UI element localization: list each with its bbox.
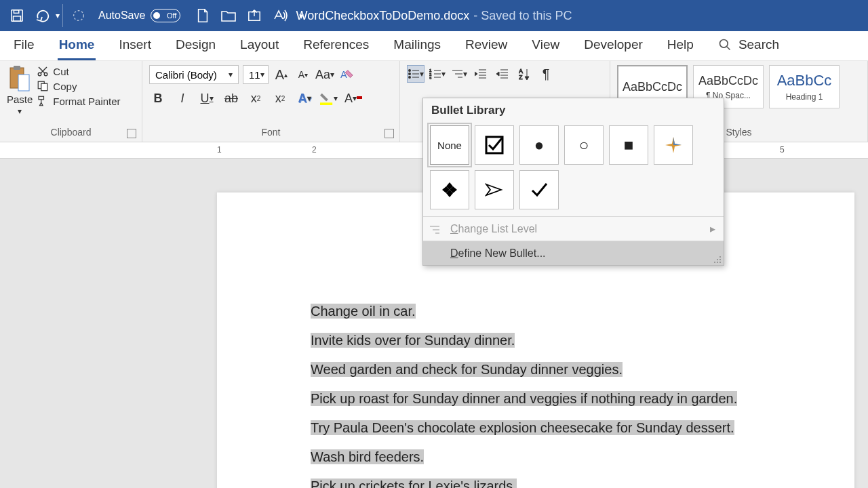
new-doc-icon[interactable] (190, 3, 216, 28)
svg-text:Z: Z (519, 74, 523, 80)
svg-point-3 (74, 11, 84, 21)
svg-rect-16 (39, 96, 44, 100)
svg-marker-47 (525, 77, 529, 80)
scissors-icon (37, 65, 49, 77)
clipboard-icon (9, 65, 31, 92)
tab-help[interactable]: Help (655, 30, 706, 60)
open-icon[interactable] (216, 3, 241, 28)
svg-point-19 (408, 69, 411, 72)
tab-insert[interactable]: Insert (106, 30, 163, 60)
numbering-button[interactable]: 123▾ (429, 65, 446, 83)
tab-file[interactable]: File (1, 30, 47, 60)
document-line[interactable]: Invite kids over for Sunday dinner. (311, 333, 515, 348)
font-color-button[interactable]: A▾ (344, 89, 362, 107)
strikethrough-button[interactable]: ab (222, 89, 240, 107)
bullets-button[interactable]: ▾ (407, 65, 425, 83)
bullet-checkbox[interactable] (475, 125, 514, 165)
paste-button[interactable]: Paste ▾ (7, 65, 33, 116)
increase-indent-button[interactable] (494, 65, 511, 83)
copy-button[interactable]: Copy (37, 80, 120, 92)
tab-design[interactable]: Design (163, 30, 228, 60)
resize-grip-icon[interactable] (713, 256, 722, 264)
sort-button[interactable]: AZ (515, 65, 533, 83)
bullet-square[interactable]: ■ (609, 125, 648, 165)
svg-rect-2 (14, 16, 21, 21)
search-icon (718, 38, 732, 52)
svg-point-63 (719, 262, 721, 263)
quick-access-toolbar: ▾ AutoSave Off ▾ (0, 3, 309, 28)
bullet-library-header: Bullet Library (423, 98, 724, 123)
tab-home[interactable]: Home (47, 30, 107, 60)
tab-review[interactable]: Review (453, 30, 519, 60)
change-case-button[interactable]: Aa▾ (316, 66, 334, 83)
text-effects-button[interactable]: A ▾ (296, 89, 313, 107)
tab-layout[interactable]: Layout (228, 30, 291, 60)
tab-view[interactable]: View (519, 30, 572, 60)
clipboard-launcher[interactable] (127, 129, 136, 138)
bullet-circle[interactable]: ○ (564, 125, 604, 165)
autosave-toggle[interactable]: AutoSave Off (98, 9, 180, 22)
cut-button[interactable]: Cut (37, 65, 120, 77)
bullet-checkmark[interactable] (519, 170, 559, 209)
bullet-4diamond[interactable] (430, 170, 469, 209)
decrease-indent-button[interactable] (472, 65, 490, 83)
grow-font-button[interactable]: A▴ (273, 66, 290, 83)
document-line[interactable]: Pick up roast for Sunday dinner and vegg… (311, 391, 737, 406)
svg-rect-15 (41, 83, 47, 91)
document-line[interactable]: Change oil in car. (311, 304, 416, 319)
read-aloud-icon[interactable] (267, 3, 293, 28)
font-group: Calibri (Body)▾ 11▾ A▴ A▾ Aa▾ A B I U ▾ … (142, 61, 400, 142)
tab-references[interactable]: References (291, 30, 381, 60)
ribbon-tabs: File Home Insert Design Layout Reference… (0, 31, 868, 61)
ruler-mark: 5 (780, 145, 785, 155)
format-painter-button[interactable]: Format Painter (37, 95, 120, 107)
svg-text:A: A (340, 69, 347, 80)
bullet-arrowhead[interactable] (475, 170, 514, 209)
document-line[interactable]: Weed garden and check for Sunday dinner … (311, 362, 623, 377)
svg-marker-38 (475, 72, 477, 76)
subscript-button[interactable]: x2 (247, 89, 264, 107)
share-icon[interactable] (241, 3, 267, 28)
font-name-select[interactable]: Calibri (Body)▾ (149, 65, 239, 84)
document-line[interactable]: Wash bird feeders. (311, 449, 424, 464)
italic-button[interactable]: I (174, 89, 191, 107)
clear-formatting-button[interactable]: A (338, 66, 355, 83)
font-launcher[interactable] (384, 129, 394, 138)
clipboard-group: Paste ▾ Cut Copy Format Painter Clipboar… (0, 61, 142, 142)
font-size-select[interactable]: 11▾ (243, 65, 269, 84)
document-line[interactable]: Pick up crickets for Lexie's lizards. (311, 479, 517, 488)
superscript-button[interactable]: x2 (271, 89, 289, 107)
tab-mailings[interactable]: Mailings (381, 30, 453, 60)
show-marks-button[interactable]: ¶ (537, 65, 555, 83)
define-new-bullet-item[interactable]: Define New Bullet... (423, 241, 724, 265)
save-icon[interactable] (4, 3, 30, 28)
window-title: WordCheckboxToDoDemo.docx - Saved to thi… (296, 9, 572, 23)
svg-point-59 (717, 259, 718, 260)
tab-developer[interactable]: Developer (572, 30, 655, 60)
svg-point-58 (719, 256, 721, 258)
svg-point-20 (408, 73, 411, 75)
underline-button[interactable]: U ▾ (198, 89, 216, 107)
paintbrush-icon (37, 95, 49, 107)
bullet-none[interactable]: None (430, 125, 469, 165)
style-heading1[interactable]: AaBbCc Heading 1 (769, 65, 840, 108)
svg-point-62 (717, 262, 718, 263)
bullet-library-dropdown: Bullet Library None ● ○ ■ Change List Le… (422, 98, 724, 266)
svg-line-6 (726, 47, 730, 50)
multilevel-list-button[interactable]: ▾ (450, 65, 468, 83)
undo-icon[interactable] (30, 3, 56, 28)
bullet-disc[interactable]: ● (519, 125, 559, 165)
svg-text:3: 3 (429, 77, 432, 79)
svg-rect-8 (14, 66, 20, 70)
shrink-font-button[interactable]: A▾ (294, 66, 312, 83)
document-line[interactable]: Try Paula Deen's chocolate explosion che… (311, 420, 734, 435)
bullet-4arrow[interactable] (654, 125, 693, 165)
redo-icon[interactable] (66, 3, 92, 28)
bold-button[interactable]: B (149, 89, 167, 107)
svg-point-60 (719, 259, 721, 260)
svg-rect-18 (320, 102, 332, 105)
search-box[interactable]: Search (706, 30, 791, 60)
svg-marker-50 (673, 137, 682, 145)
highlight-button[interactable]: ▾ (320, 89, 338, 107)
title-bar: ▾ AutoSave Off ▾ WordCheckboxToDoDemo.do… (0, 0, 868, 31)
